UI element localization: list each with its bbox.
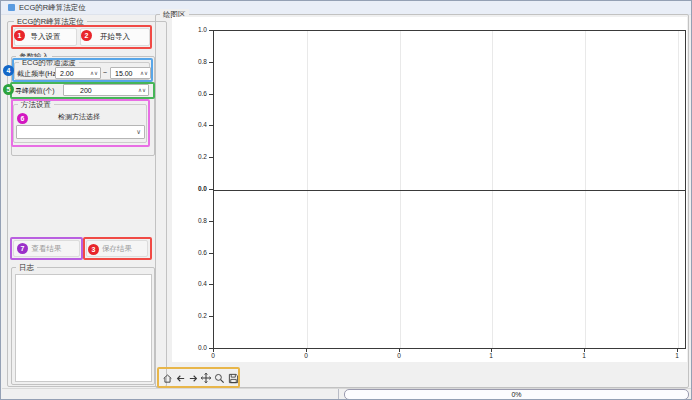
mark-circle-6: 6 bbox=[17, 113, 28, 124]
y-tickmark bbox=[209, 94, 213, 95]
y-tickmark bbox=[209, 157, 213, 158]
log-group-title: 日志 bbox=[16, 262, 37, 273]
y-tick-label: 0.4 bbox=[187, 121, 207, 129]
view-results-label: 查看结果 bbox=[32, 244, 62, 254]
log-textarea[interactable] bbox=[15, 274, 152, 382]
y-tick-label: 0.6 bbox=[187, 249, 207, 257]
method-group-title: 方法设置 bbox=[18, 99, 54, 110]
chevron-down-icon: ∨ bbox=[136, 128, 141, 136]
cutoff-high-value: 15.00 bbox=[115, 70, 133, 77]
x-tick-label: 0 bbox=[298, 352, 314, 360]
cutoff-low-spinbox[interactable]: 2.00 ∧∨ bbox=[55, 67, 101, 79]
y-tick-label: 0.0 bbox=[187, 344, 207, 352]
spin-up-down-icon[interactable]: ∧∨ bbox=[138, 87, 148, 93]
app-window: ECG的R峰算法定位 ECG的R峰算法定位 导入设置 开始导入 参数输入 ECG… bbox=[0, 0, 692, 400]
toolbar-save-button[interactable] bbox=[227, 371, 239, 385]
y-tick-label: 0.2 bbox=[187, 153, 207, 161]
toolbar-pan-button[interactable] bbox=[200, 371, 212, 385]
toolbar-home-button[interactable] bbox=[161, 371, 173, 385]
save-floppy-icon bbox=[228, 373, 239, 384]
left-main-group-title: ECG的R峰算法定位 bbox=[14, 16, 87, 27]
forward-arrow-icon bbox=[188, 373, 199, 384]
y-tick-label: 0.6 bbox=[187, 90, 207, 98]
zoom-magnifier-icon bbox=[214, 373, 225, 384]
toolbar-forward-button[interactable] bbox=[187, 371, 199, 385]
cutoff-separator: ~ bbox=[103, 69, 107, 76]
cutoff-high-spinbox[interactable]: 15.00 ∧∨ bbox=[110, 67, 151, 79]
plot-axes bbox=[213, 30, 686, 349]
y-tickmark bbox=[209, 221, 213, 222]
title-bar[interactable]: ECG的R峰算法定位 bbox=[1, 1, 692, 15]
back-arrow-icon bbox=[175, 373, 186, 384]
method-select-label: 检测方法选择 bbox=[58, 112, 100, 122]
save-results-label: 保存结果 bbox=[102, 244, 132, 254]
peak-threshold-label: 寻峰阈值(个) bbox=[15, 86, 55, 96]
peak-threshold-value: 200 bbox=[80, 87, 92, 94]
toolbar-zoom-button[interactable] bbox=[213, 371, 225, 385]
y-tickmark bbox=[209, 189, 213, 190]
y-tickmark bbox=[209, 253, 213, 254]
y-tickmark bbox=[209, 316, 213, 317]
mark-circle-4: 4 bbox=[3, 65, 14, 76]
spin-up-down-icon[interactable]: ∧∨ bbox=[140, 70, 150, 76]
y-tick-label: 0.8 bbox=[187, 217, 207, 225]
x-tick-label: 0 bbox=[205, 352, 221, 360]
y-tickmark bbox=[209, 284, 213, 285]
y-tickmark bbox=[209, 125, 213, 126]
start-import-label: 开始导入 bbox=[100, 32, 130, 42]
spin-up-down-icon[interactable]: ∧∨ bbox=[90, 70, 100, 76]
x-tick-label: 0 bbox=[391, 352, 407, 360]
mark-circle-2: 2 bbox=[81, 30, 92, 41]
log-group: 日志 bbox=[11, 267, 155, 385]
home-icon bbox=[162, 373, 173, 384]
peak-threshold-spinbox[interactable]: 200 ∧∨ bbox=[63, 84, 149, 96]
y-tick-label: 0.8 bbox=[187, 58, 207, 66]
cutoff-low-value: 2.00 bbox=[60, 70, 74, 77]
import-settings-label: 导入设置 bbox=[31, 32, 61, 42]
cutoff-frequency-label: 截止频率(Hz): bbox=[17, 69, 60, 79]
y-tick-label: 0.4 bbox=[187, 280, 207, 288]
y-tick-label: 1.0 bbox=[187, 26, 207, 34]
method-select-combobox[interactable]: ∨ bbox=[16, 125, 145, 139]
x-tick-label: 1 bbox=[576, 352, 592, 360]
window-title: ECG的R峰算法定位 bbox=[19, 1, 86, 15]
y-tick-label: 0.2 bbox=[187, 312, 207, 320]
progress-bar: 0% bbox=[344, 389, 689, 400]
subplot-divider bbox=[214, 190, 685, 191]
toolbar-back-button[interactable] bbox=[174, 371, 186, 385]
progress-value: 0% bbox=[511, 391, 521, 398]
y-tickmark bbox=[209, 62, 213, 63]
mark-circle-5: 5 bbox=[3, 84, 14, 95]
statusbar-separator bbox=[338, 389, 339, 400]
app-icon bbox=[8, 4, 15, 11]
mark-circle-3: 3 bbox=[88, 244, 99, 255]
mark-circle-1: 1 bbox=[14, 30, 25, 41]
mark-circle-7: 7 bbox=[17, 243, 28, 254]
x-tick-label: 1 bbox=[669, 352, 685, 360]
y-tick-label-overlapped: 0.0 bbox=[187, 185, 207, 193]
x-tick-label: 1 bbox=[483, 352, 499, 360]
plot-canvas[interactable]: 1.0 0.8 0.6 0.4 0.2 0.0 0.8 0.6 0.4 0.2 … bbox=[172, 17, 687, 362]
y-tickmark bbox=[209, 30, 213, 31]
pan-move-icon bbox=[200, 372, 212, 384]
